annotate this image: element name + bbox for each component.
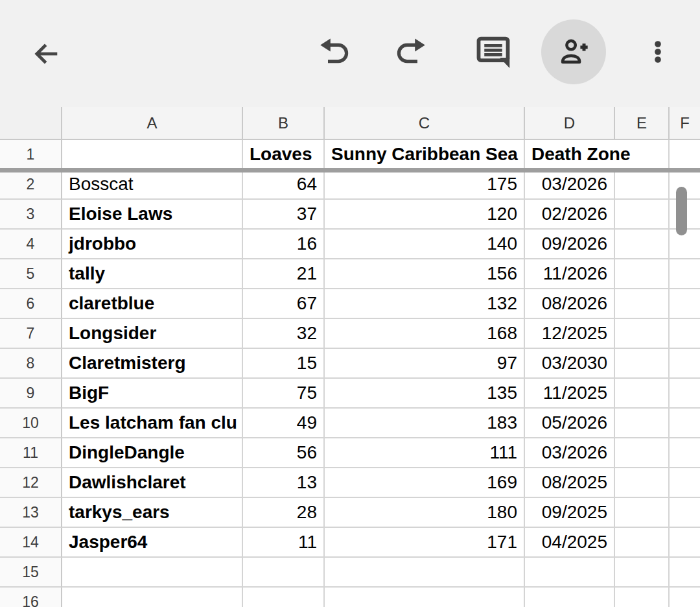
cell-B8[interactable]: 15 bbox=[243, 349, 325, 379]
cell-D13[interactable]: 09/2025 bbox=[525, 498, 615, 528]
cell-C5[interactable]: 156 bbox=[325, 259, 525, 289]
cell-E5[interactable] bbox=[615, 259, 670, 289]
cell-D9[interactable]: 11/2025 bbox=[525, 379, 615, 409]
cell-D10[interactable]: 05/2026 bbox=[525, 409, 615, 438]
cell-F15[interactable] bbox=[670, 558, 700, 588]
cell-E16[interactable] bbox=[615, 588, 670, 607]
cell-B13[interactable]: 28 bbox=[243, 498, 325, 528]
cell-F13[interactable] bbox=[670, 498, 700, 528]
cell-C3[interactable]: 120 bbox=[325, 200, 525, 230]
cell-A10[interactable]: Les latcham fan clu bbox=[62, 409, 243, 438]
cell-A13[interactable]: tarkys_ears bbox=[62, 498, 243, 528]
cell-C15[interactable] bbox=[325, 558, 525, 588]
cell-E13[interactable] bbox=[615, 498, 670, 528]
cell-A2[interactable]: Bosscat bbox=[62, 170, 243, 200]
cell-B11[interactable]: 56 bbox=[243, 438, 325, 468]
cell-C12[interactable]: 169 bbox=[325, 468, 525, 498]
cell-A4[interactable]: jdrobbo bbox=[62, 230, 243, 259]
cell-C6[interactable]: 132 bbox=[325, 289, 525, 319]
cell-D3[interactable]: 02/2026 bbox=[525, 200, 615, 230]
cell-C8[interactable]: 97 bbox=[325, 349, 525, 379]
cell-E8[interactable] bbox=[615, 349, 670, 379]
cell-B10[interactable]: 49 bbox=[243, 409, 325, 438]
column-header-B[interactable]: B bbox=[243, 107, 325, 140]
cell-B16[interactable] bbox=[243, 588, 325, 607]
cell-C13[interactable]: 180 bbox=[325, 498, 525, 528]
cell-D15[interactable] bbox=[525, 558, 615, 588]
row-header-9[interactable]: 9 bbox=[0, 379, 62, 409]
cell-F10[interactable] bbox=[670, 409, 700, 438]
cell-D12[interactable]: 08/2025 bbox=[525, 468, 615, 498]
cell-E4[interactable] bbox=[615, 230, 670, 259]
column-header-F[interactable]: F bbox=[670, 107, 700, 140]
comment-button[interactable] bbox=[474, 33, 514, 72]
more-options-button[interactable] bbox=[639, 38, 668, 66]
cell-C2[interactable]: 175 bbox=[325, 170, 525, 200]
cell-A7[interactable]: Longsider bbox=[62, 319, 243, 349]
column-header-D[interactable]: D bbox=[525, 107, 615, 140]
cell-D7[interactable]: 12/2025 bbox=[525, 319, 615, 349]
cell-F11[interactable] bbox=[670, 438, 700, 468]
cell-C9[interactable]: 135 bbox=[325, 379, 525, 409]
cell-B5[interactable]: 21 bbox=[243, 259, 325, 289]
row-header-16[interactable]: 16 bbox=[0, 588, 62, 607]
cell-B4[interactable]: 16 bbox=[243, 230, 325, 259]
cell-C7[interactable]: 168 bbox=[325, 319, 525, 349]
row-header-4[interactable]: 4 bbox=[0, 230, 62, 259]
row-header-2[interactable]: 2 bbox=[0, 170, 62, 200]
cell-A1[interactable] bbox=[62, 140, 243, 170]
row-header-1[interactable]: 1 bbox=[0, 140, 62, 170]
column-header-C[interactable]: C bbox=[325, 107, 525, 140]
cell-C10[interactable]: 183 bbox=[325, 409, 525, 438]
column-header-E[interactable]: E bbox=[615, 107, 670, 140]
row-header-7[interactable]: 7 bbox=[0, 319, 62, 349]
cell-D1[interactable]: Death Zone bbox=[525, 140, 615, 170]
cell-E15[interactable] bbox=[615, 558, 670, 588]
cell-C1[interactable]: Sunny Caribbean Sea bbox=[325, 140, 525, 170]
cell-E7[interactable] bbox=[615, 319, 670, 349]
cell-C14[interactable]: 171 bbox=[325, 528, 525, 558]
cell-E12[interactable] bbox=[615, 468, 670, 498]
corner-cell[interactable] bbox=[0, 107, 62, 140]
cell-A14[interactable]: Jasper64 bbox=[62, 528, 243, 558]
row-header-11[interactable]: 11 bbox=[0, 438, 62, 468]
undo-button[interactable] bbox=[316, 37, 352, 68]
cell-C4[interactable]: 140 bbox=[325, 230, 525, 259]
row-header-13[interactable]: 13 bbox=[0, 498, 62, 528]
cell-A8[interactable]: Claretmisterg bbox=[62, 349, 243, 379]
cell-E10[interactable] bbox=[615, 409, 670, 438]
cell-A3[interactable]: Eloise Laws bbox=[62, 200, 243, 230]
cell-F8[interactable] bbox=[670, 349, 700, 379]
cell-D8[interactable]: 03/2030 bbox=[525, 349, 615, 379]
cell-E9[interactable] bbox=[615, 379, 670, 409]
cell-F14[interactable] bbox=[670, 528, 700, 558]
cell-A15[interactable] bbox=[62, 558, 243, 588]
back-button[interactable] bbox=[32, 39, 62, 69]
cell-B1[interactable]: Loaves bbox=[243, 140, 325, 170]
cell-F16[interactable] bbox=[670, 588, 700, 607]
row-header-12[interactable]: 12 bbox=[0, 468, 62, 498]
cell-D11[interactable]: 03/2026 bbox=[525, 438, 615, 468]
cell-D16[interactable] bbox=[525, 588, 615, 607]
column-header-A[interactable]: A bbox=[62, 107, 243, 140]
cell-F1[interactable] bbox=[670, 140, 700, 170]
cell-A9[interactable]: BigF bbox=[62, 379, 243, 409]
cell-F5[interactable] bbox=[670, 259, 700, 289]
row-header-15[interactable]: 15 bbox=[0, 558, 62, 588]
cell-D5[interactable]: 11/2026 bbox=[525, 259, 615, 289]
cell-B15[interactable] bbox=[243, 558, 325, 588]
cell-C16[interactable] bbox=[325, 588, 525, 607]
cell-B7[interactable]: 32 bbox=[243, 319, 325, 349]
cell-D4[interactable]: 09/2026 bbox=[525, 230, 615, 259]
cell-C11[interactable]: 111 bbox=[325, 438, 525, 468]
row-header-8[interactable]: 8 bbox=[0, 349, 62, 379]
cell-F7[interactable] bbox=[670, 319, 700, 349]
row-header-10[interactable]: 10 bbox=[0, 409, 62, 438]
cell-E3[interactable] bbox=[615, 200, 670, 230]
cell-E6[interactable] bbox=[615, 289, 670, 319]
row-header-5[interactable]: 5 bbox=[0, 259, 62, 289]
redo-button[interactable] bbox=[393, 37, 430, 68]
cell-B14[interactable]: 11 bbox=[243, 528, 325, 558]
row-header-6[interactable]: 6 bbox=[0, 289, 62, 319]
cell-F6[interactable] bbox=[670, 289, 700, 319]
